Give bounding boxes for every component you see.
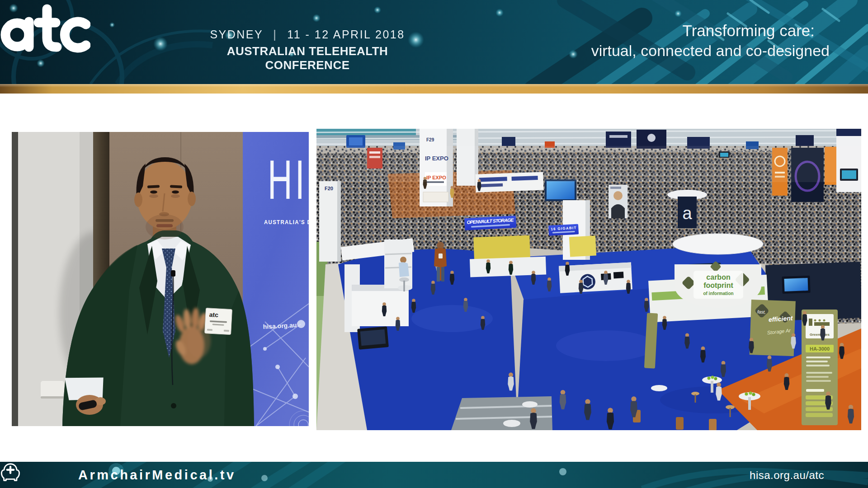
gold-divider-bar <box>0 84 868 94</box>
sign-f29: F29 <box>426 137 434 142</box>
headshot-banner <box>609 185 627 218</box>
expo-photo-panel: F20 F29 IP EXPO IP EXPO <box>316 129 861 430</box>
gigabit-sign: 16 GIGABIT <box>548 224 579 236</box>
platform-stairs <box>451 396 552 430</box>
tagline-line2: virtual, connected and co-designed <box>591 42 830 60</box>
door-frame-edge <box>12 132 18 426</box>
a-column-letter: a <box>682 204 692 223</box>
event-dates: 11 - 12 APRIL 2018 <box>287 28 405 41</box>
greenbytes-word1: fast, <box>757 309 766 314</box>
speaker-video-panel: HI AUSTRALIA'S DI hisa.org.au <box>12 132 309 426</box>
greenbytes-model: HA-3000 <box>810 346 830 352</box>
footer-url: hisa.org.au/atc <box>750 469 824 482</box>
greenbytes-brand: Greenbytes <box>810 333 830 337</box>
conference-name: AUSTRALIAN TELEHEALTH CONFERENCE <box>194 44 420 72</box>
hisa-banner-heading: HI <box>268 149 307 211</box>
badge-logo: atc <box>209 311 218 319</box>
center-demo-counters <box>559 262 632 293</box>
event-title-block: SYDNEY | 11 - 12 APRIL 2018 AUSTRALIAN T… <box>194 28 420 72</box>
light-switch <box>41 381 64 398</box>
footer-bar: ArmchairMedical.tv hisa.org.au/atc <box>0 462 868 488</box>
conference-tagline: Transforming care: virtual, connected an… <box>591 22 830 60</box>
carbon-sign-line1: carbon <box>706 273 730 281</box>
event-location: SYDNEY <box>210 28 263 41</box>
lapel-mic <box>171 270 175 277</box>
armchair-medical-brand: ArmchairMedical.tv <box>78 468 236 483</box>
header-banner: atc SYDNEY | 11 - 12 APRIL 2018 AUSTRALI… <box>0 0 868 84</box>
sign-f20: F20 <box>325 186 333 191</box>
divider: | <box>273 28 277 41</box>
expo-scene: F20 F29 IP EXPO IP EXPO <box>316 129 861 430</box>
speaker-badge: atc <box>205 308 232 335</box>
armchair-medical-icon <box>0 462 21 483</box>
carbon-sign-line3: of information <box>703 291 733 296</box>
video-frame: atc SYDNEY | 11 - 12 APRIL 2018 AUSTRALI… <box>0 0 868 488</box>
speaker-scene: HI AUSTRALIA'S DI hisa.org.au <box>12 132 309 426</box>
atc-logo <box>0 0 90 54</box>
ocean-screen <box>547 181 575 199</box>
hisa-banner-subheading: AUSTRALIA'S DI <box>264 219 309 225</box>
tagline-line1: Transforming care: <box>591 22 830 40</box>
carbon-sign-line2: footprint <box>703 282 733 289</box>
